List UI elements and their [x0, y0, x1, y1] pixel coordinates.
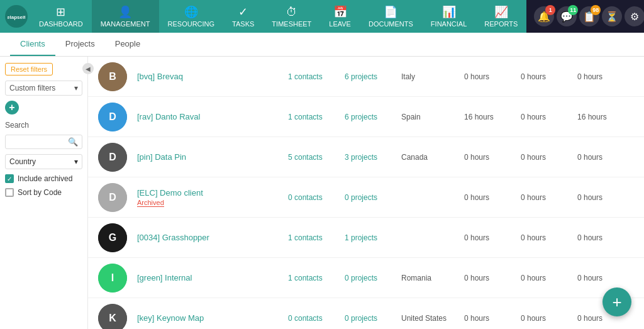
chevron-down-icon: ▾	[74, 84, 78, 92]
add-filter-button[interactable]: +	[5, 101, 19, 114]
svg-text:D: D	[109, 152, 116, 162]
custom-filters-select[interactable]: Custom filters ▾	[5, 81, 82, 96]
client-contacts[interactable]: 1 contacts	[288, 274, 345, 282]
client-projects[interactable]: 6 projects	[345, 113, 401, 121]
client-hours-3: 0 hours	[577, 153, 634, 162]
client-avatar: D	[98, 183, 127, 212]
sidebar: ◀ Reset filters Custom filters ▾ + Searc…	[0, 57, 88, 329]
notifications-badge: 1	[545, 5, 555, 15]
nav-reports[interactable]: 📈 REPORTS	[475, 0, 526, 33]
logo[interactable]: elapseit	[5, 5, 28, 28]
sub-tabs: Clients Projects People	[0, 33, 644, 57]
leave-icon: 📅	[333, 5, 347, 19]
client-contacts[interactable]: 1 contacts	[288, 72, 345, 81]
sort-by-code-row[interactable]: Sort by Code	[5, 188, 82, 197]
nav-leave-label: LEAVE	[329, 20, 351, 28]
client-hours-2: 0 hours	[521, 72, 577, 81]
client-contacts[interactable]: 0 contacts	[288, 314, 345, 323]
client-projects[interactable]: 3 projects	[345, 153, 401, 162]
tab-clients[interactable]: Clients	[10, 33, 55, 56]
tab-projects[interactable]: Projects	[55, 33, 105, 56]
resourcing-icon: 🌐	[184, 5, 198, 19]
nav-tasks[interactable]: ✓ TASKS	[223, 0, 263, 33]
sort-by-code-checkbox[interactable]	[5, 188, 14, 197]
dashboard-icon: ⊞	[56, 5, 65, 19]
include-archived-checkbox[interactable]: ✓	[5, 174, 14, 183]
client-projects[interactable]: 6 projects	[345, 72, 401, 81]
client-avatar: I	[98, 264, 127, 293]
client-hours-2: 0 hours	[521, 274, 577, 282]
custom-filters-label: Custom filters	[9, 84, 55, 92]
client-hours-3: 0 hours	[577, 233, 634, 242]
nav-documents[interactable]: 📄 DOCUMENTS	[360, 0, 422, 33]
svg-text:D: D	[109, 192, 116, 203]
svg-text:G: G	[109, 232, 116, 243]
settings-button[interactable]: ⚙	[625, 6, 644, 26]
client-projects[interactable]: 1 projects	[345, 233, 401, 242]
nav-right: 🔔 1 💬 11 📋 98 ⏳ ⚙ ? 👤	[526, 0, 644, 33]
reports-icon: 📈	[494, 5, 508, 19]
clients-list: B [bvq] Brevaq1 contacts6 projectsItaly0…	[88, 57, 644, 329]
reset-filters-button[interactable]: Reset filters	[5, 63, 53, 75]
archived-label: Archived	[137, 199, 164, 207]
client-name[interactable]: [0034] Grasshopper	[137, 233, 288, 242]
client-name[interactable]: [bvq] Brevaq	[137, 72, 288, 81]
add-client-fab[interactable]: +	[602, 287, 631, 316]
timer-button[interactable]: ⏳	[602, 6, 622, 26]
client-name[interactable]: [ELC] Demo client	[137, 188, 288, 198]
nav-financial[interactable]: 📊 FINANCIAL	[422, 0, 475, 33]
nav-management[interactable]: 👤 MANAGEMENT	[92, 0, 159, 33]
tasks-icon: ✓	[238, 5, 248, 19]
client-contacts[interactable]: 0 contacts	[288, 193, 345, 202]
client-hours-1: 16 hours	[464, 113, 521, 121]
nav-resourcing-label: RESOURCING	[168, 20, 215, 28]
search-box[interactable]: 🔍	[5, 135, 82, 149]
search-input[interactable]	[9, 138, 68, 147]
client-projects[interactable]: 0 projects	[345, 314, 401, 323]
client-projects[interactable]: 0 projects	[345, 193, 401, 202]
client-hours-1: 0 hours	[464, 274, 521, 282]
nav-timesheet[interactable]: ⏱ TIMESHEET	[263, 0, 320, 33]
search-icon: 🔍	[68, 137, 78, 147]
collapse-sidebar-button[interactable]: ◀	[82, 63, 94, 74]
client-name[interactable]: [green] Internal	[137, 273, 288, 282]
client-hours-2: 0 hours	[521, 153, 577, 162]
timesheet-icon: ⏱	[286, 6, 297, 19]
client-avatar: G	[98, 223, 127, 252]
client-hours-2: 0 hours	[521, 193, 577, 202]
include-archived-row[interactable]: ✓ Include archived	[5, 174, 82, 183]
chevron-down-icon: ▾	[74, 157, 78, 166]
svg-text:K: K	[109, 313, 116, 323]
client-avatar: K	[98, 304, 127, 330]
tab-people[interactable]: People	[105, 33, 150, 56]
client-contacts[interactable]: 1 contacts	[288, 233, 345, 242]
client-projects[interactable]: 0 projects	[345, 274, 401, 282]
client-hours-1: 0 hours	[464, 72, 521, 81]
client-avatar: D	[98, 103, 127, 131]
client-hours-2: 0 hours	[521, 113, 577, 121]
table-row: D [ELC] Demo clientArchived0 contacts0 p…	[88, 177, 644, 218]
client-contacts[interactable]: 1 contacts	[288, 113, 345, 121]
notifications-button[interactable]: 🔔 1	[534, 6, 554, 26]
client-name[interactable]: [pin] Data Pin	[137, 152, 288, 162]
nav-resourcing[interactable]: 🌐 RESOURCING	[159, 0, 224, 33]
country-filter[interactable]: Country ▾	[5, 154, 82, 169]
svg-text:D: D	[109, 111, 116, 122]
client-hours-1: 0 hours	[464, 233, 521, 242]
client-country: Italy	[401, 72, 464, 81]
nav-dashboard[interactable]: ⊞ DASHBOARD	[30, 0, 92, 33]
client-hours-3: 16 hours	[577, 113, 634, 121]
client-hours-2: 0 hours	[521, 233, 577, 242]
sort-by-code-label: Sort by Code	[18, 188, 62, 197]
messages-button[interactable]: 💬 11	[557, 6, 577, 26]
client-contacts[interactable]: 5 contacts	[288, 153, 345, 162]
nav-documents-label: DOCUMENTS	[369, 20, 413, 28]
tasks-badge-button[interactable]: 📋 98	[579, 6, 599, 26]
client-name[interactable]: [key] Keynow Map	[137, 313, 288, 323]
client-hours-1: 0 hours	[464, 153, 521, 162]
client-hours-1: 0 hours	[464, 193, 521, 202]
client-name[interactable]: [rav] Danto Raval	[137, 112, 288, 121]
client-country: Spain	[401, 113, 464, 121]
include-archived-label: Include archived	[18, 174, 72, 183]
nav-leave[interactable]: 📅 LEAVE	[320, 0, 360, 33]
